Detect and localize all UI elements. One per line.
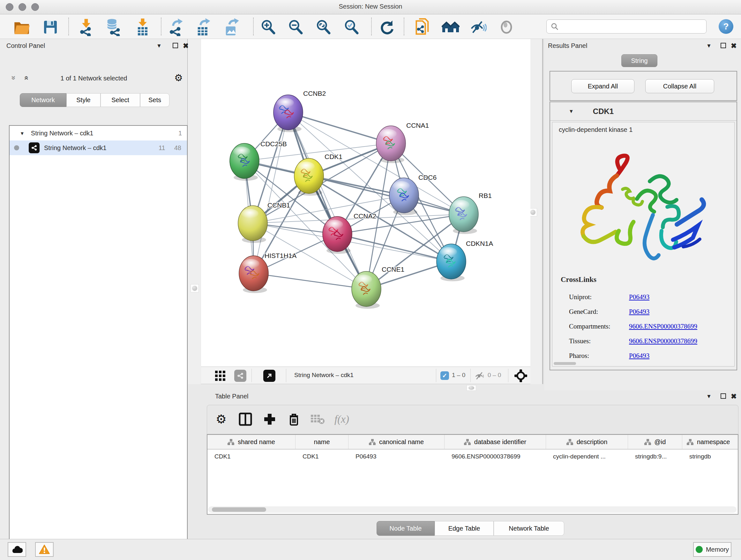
refresh-button[interactable] — [378, 18, 396, 36]
network-node-HIST1H1A[interactable]: HIST1H1A — [239, 252, 296, 293]
toolbar-separator — [253, 17, 254, 36]
center-view-button[interactable] — [515, 369, 527, 383]
column-header-canonical-name[interactable]: canonical name — [348, 435, 445, 449]
zoom-in-button[interactable] — [259, 18, 277, 36]
node-table[interactable]: shared name name canonical name database… — [207, 434, 738, 515]
birdseye-view-button[interactable] — [214, 370, 226, 383]
export-network-button[interactable] — [167, 18, 185, 36]
help-button[interactable]: ? — [719, 19, 733, 34]
column-header-description[interactable]: description — [546, 435, 628, 449]
protein-header-row[interactable]: ▼ CDK1 — [550, 102, 737, 121]
control-panel-menu-icon[interactable]: ▼ — [156, 43, 162, 49]
tab-network[interactable]: Network — [20, 93, 66, 107]
save-session-button[interactable] — [42, 18, 59, 36]
delete-table-button[interactable] — [308, 410, 327, 429]
annotations-button[interactable] — [414, 18, 431, 36]
network-share-button[interactable] — [234, 370, 246, 382]
toolbar-search[interactable] — [546, 19, 706, 34]
show-columns-button[interactable] — [236, 410, 255, 429]
network-edge[interactable] — [288, 112, 366, 289]
table-panel-close-icon[interactable]: ✖ — [731, 392, 737, 401]
tab-network-table[interactable]: Network Table — [494, 521, 564, 536]
network-options-gear-icon[interactable]: ⚙ — [174, 72, 183, 83]
zoom-fit-button[interactable] — [314, 18, 332, 36]
collapse-arrow-icon[interactable]: ▼ — [20, 131, 24, 136]
collapse-all-button[interactable]: Collapse All — [645, 79, 714, 93]
network-node-CCNA2[interactable]: CCNA2 — [323, 212, 376, 254]
show-panels-button[interactable] — [497, 18, 515, 36]
open-in-new-window-button[interactable] — [263, 370, 275, 382]
network-edge[interactable] — [288, 112, 391, 143]
tab-node-table[interactable]: Node Table — [377, 521, 434, 536]
delete-column-button[interactable] — [284, 410, 304, 429]
import-network-database-button[interactable] — [105, 18, 122, 36]
import-table-button[interactable] — [134, 18, 151, 36]
network-edge[interactable] — [254, 273, 366, 289]
compartments-link[interactable]: 9606.ENSP00000378699 — [629, 322, 697, 330]
expand-all-button[interactable]: Expand All — [571, 79, 634, 93]
warnings-button[interactable] — [35, 542, 54, 557]
tab-select[interactable]: Select — [100, 93, 140, 107]
left-splitter-handle[interactable] — [191, 284, 199, 293]
export-table-button[interactable] — [194, 18, 212, 36]
control-panel-float-icon[interactable] — [173, 43, 178, 48]
table-panel-float-icon[interactable] — [721, 393, 726, 399]
network-node-CDC25B[interactable]: CDC25B — [230, 140, 287, 181]
network-collection-row[interactable]: ▼ String Network – cdk1 1 — [10, 126, 187, 140]
tab-sets[interactable]: Sets — [140, 93, 170, 107]
tab-string[interactable]: String — [621, 54, 657, 67]
results-panel-float-icon[interactable] — [721, 43, 726, 48]
tab-edge-table[interactable]: Edge Table — [434, 521, 494, 536]
network-node-CDK1[interactable]: CDK1 — [294, 153, 342, 196]
selected-checkbox-icon[interactable]: ✓ — [441, 371, 449, 380]
open-session-button[interactable] — [13, 18, 30, 36]
table-hscrollbar-thumb[interactable] — [212, 507, 266, 512]
network-canvas[interactable]: CCNB2 CCNA1 CDC25B CDK1 CDC6 — [201, 39, 530, 367]
collapse-protein-icon[interactable]: ▼ — [569, 109, 574, 114]
network-node-CCNB2[interactable]: CCNB2 — [273, 90, 326, 132]
network-node-count: 11 — [158, 144, 165, 152]
column-header-database-identifier[interactable]: database identifier — [445, 435, 546, 449]
column-header-id[interactable]: @id — [628, 435, 682, 449]
export-image-button[interactable] — [222, 18, 240, 36]
tab-style[interactable]: Style — [66, 93, 100, 107]
table-row[interactable]: CDK1 CDK1 P06493 9606.ENSP00000378699 cy… — [207, 449, 738, 463]
zoom-out-button[interactable] — [286, 18, 305, 36]
string-home-button[interactable] — [442, 18, 460, 36]
results-panel-close-icon[interactable]: ✖ — [731, 42, 737, 50]
hide-panels-button[interactable] — [469, 18, 487, 36]
function-builder-button[interactable]: f(x) — [332, 410, 351, 429]
column-header-shared-name[interactable]: shared name — [207, 435, 295, 449]
network-edge[interactable] — [254, 112, 288, 273]
horizontal-splitter-handle[interactable] — [467, 385, 476, 391]
tissues-link[interactable]: 9606.ENSP00000378699 — [629, 337, 697, 345]
export-network-icon — [168, 18, 185, 36]
left-splitter[interactable] — [188, 39, 201, 384]
network-selection-status: 1 of 1 Network selected — [0, 75, 188, 82]
genecard-link[interactable]: P06493 — [629, 308, 650, 316]
cloud-status-button[interactable] — [8, 542, 26, 557]
column-header-namespace[interactable]: namespace — [682, 435, 738, 449]
search-input[interactable] — [559, 23, 706, 30]
zoom-selected-button[interactable] — [342, 18, 360, 36]
column-header-name[interactable]: name — [295, 435, 348, 449]
network-graph[interactable]: CCNB2 CCNA1 CDC25B CDK1 CDC6 — [201, 39, 530, 367]
results-panel-menu-icon[interactable]: ▼ — [706, 43, 712, 49]
toolbar-separator — [404, 17, 404, 36]
table-panel-menu-icon[interactable]: ▼ — [706, 393, 712, 400]
pharos-link[interactable]: P06493 — [629, 352, 650, 360]
network-node-CCNA1[interactable]: CCNA1 — [376, 122, 429, 163]
magnifier-fit-icon — [315, 19, 331, 35]
import-network-file-button[interactable] — [77, 18, 95, 36]
memory-button[interactable]: Memory — [693, 542, 731, 557]
network-row-selected[interactable]: String Network – cdk1 11 48 — [10, 140, 187, 155]
network-node-RB1[interactable]: RB1 — [449, 192, 492, 234]
table-options-gear-icon[interactable]: ⚙ — [212, 410, 231, 429]
table-hscrollbar[interactable] — [208, 506, 737, 513]
uniprot-link[interactable]: P06493 — [629, 293, 650, 301]
network-node-CCNE1[interactable]: CCNE1 — [352, 266, 404, 309]
create-column-button[interactable] — [260, 410, 279, 429]
network-node-CDKN1A[interactable]: CDKN1A — [436, 240, 493, 281]
results-hscrollbar[interactable] — [554, 362, 576, 365]
control-panel-title: Control Panel — [6, 42, 45, 50]
